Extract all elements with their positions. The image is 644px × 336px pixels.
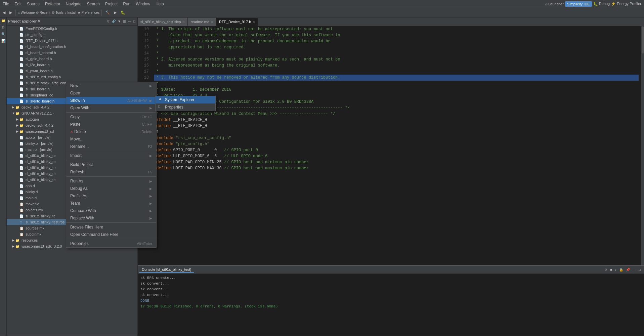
submenu-system-explorer[interactable]: 🖥 System Explorer — [156, 96, 215, 103]
toolbar-back[interactable]: ◀ — [1, 10, 7, 15]
cm-shortcut-copy: Ctrl+C — [142, 115, 152, 119]
bottom-panel: Console [sl_si91x_blinky_test] ✕ ■ ↓ 🔒 📌… — [138, 265, 644, 336]
cm-item-comparewith[interactable]: Compare With ▶ — [66, 207, 156, 214]
toolbar-tab-debug[interactable]: 🐛 Debug — [593, 2, 610, 6]
tab-slcp-close[interactable]: ✕ — [182, 20, 185, 24]
tree-item[interactable]: 📄sl_gpio_board.h — [7, 56, 137, 62]
tab-rte-close[interactable]: ✕ — [252, 20, 255, 24]
tab-readme-close[interactable]: ✕ — [211, 20, 213, 24]
tree-item[interactable]: 📄FreeRTOSConfig.h — [7, 26, 137, 32]
cm-item-delete[interactable]: ✕ Delete Delete — [66, 128, 156, 135]
menu-help[interactable]: Help — [153, 1, 167, 7]
code-line: #1 — [154, 129, 639, 135]
h-file-icon: 📄 — [19, 81, 25, 85]
pe-menu-btn[interactable]: ☰ — [122, 19, 127, 24]
left-icon-1[interactable]: 📁 — [1, 19, 6, 24]
rps-file-icon: ⚙ — [19, 220, 25, 224]
tree-item[interactable]: 📄RTE_Device_917.h — [7, 38, 137, 44]
bottom-tab-console[interactable]: Console [sl_si91x_blinky_test] — [139, 267, 194, 273]
toolbar-run[interactable]: ▶ — [113, 10, 118, 15]
toolbar-debug-btn[interactable]: 🐛 — [119, 10, 127, 15]
tab-readme[interactable]: readme.md ✕ — [188, 18, 216, 26]
console-clear-btn[interactable]: ✕ — [604, 267, 608, 272]
tree-item-label: sl_board_control.h — [26, 51, 56, 55]
submenu-properties[interactable]: □ Properties — [156, 103, 215, 111]
cm-item-copy[interactable]: Copy Ctrl+C — [66, 113, 156, 121]
toolbar-build[interactable]: 🔨 — [104, 10, 111, 15]
cm-arrow-import: ▶ — [149, 154, 152, 158]
menu-file[interactable]: File — [0, 1, 12, 7]
toolbar-recent[interactable]: ⊙ Recent — [36, 11, 50, 14]
cm-sep-3 — [66, 160, 156, 160]
tree-item[interactable]: 📄pin_config.h — [7, 32, 137, 38]
cm-item-move[interactable]: Move... — [66, 135, 156, 143]
tab-rte[interactable]: RTE_Device_917.h ✕ — [216, 18, 258, 26]
console-lock-btn[interactable]: 🔒 — [618, 267, 624, 272]
menu-project[interactable]: Project — [102, 1, 120, 7]
file-icon: 📄 — [19, 214, 25, 218]
tab-slcp[interactable]: sl_si91x_blinky_test.slcp ✕ — [138, 18, 188, 26]
editor-scrollbar-thumb[interactable] — [642, 27, 644, 53]
cm-item-open[interactable]: Open — [66, 89, 156, 97]
menu-run[interactable]: Run — [120, 1, 133, 7]
pe-min-btn[interactable]: — — [127, 19, 132, 24]
toolbar-install[interactable]: ↓ Install — [65, 11, 76, 14]
cm-label-paste: Paste — [70, 122, 135, 127]
cm-label-profileas: Profile As — [70, 194, 147, 198]
tab-slcp-label: sl_si91x_blinky_test.slcp — [140, 20, 181, 24]
menu-refactor[interactable]: Refactor — [42, 1, 63, 7]
cm-item-debugas[interactable]: Debug As ▶ — [66, 185, 156, 192]
console-stop-btn[interactable]: ■ — [609, 267, 613, 272]
cm-item-rename[interactable]: Rename... F2 — [66, 143, 156, 150]
toolbar-prefs[interactable]: ★ Preferences — [78, 11, 100, 14]
code-string: "pin_config.h" — [176, 142, 210, 146]
cm-item-import[interactable]: Import ▶ — [66, 152, 156, 159]
menu-search[interactable]: Search — [84, 1, 102, 7]
code-view[interactable]: * 1. The origin of this software must no… — [151, 26, 641, 265]
pe-header: Project Explorer ✕ ▽ 🔗 ▼ ☰ — □ — [7, 17, 137, 26]
cm-item-refresh[interactable]: Refresh F5 — [66, 168, 156, 176]
tree-item[interactable]: 📄sl_pwm_board.h — [7, 68, 137, 74]
toolbar-welcome[interactable]: ⌂ Welcome — [18, 11, 35, 14]
menu-edit[interactable]: Edit — [12, 1, 24, 7]
toolbar-forward[interactable]: ▶ — [8, 10, 13, 15]
cm-item-properties[interactable]: Properties Alt+Enter — [66, 240, 156, 247]
left-icon-3[interactable]: 🔍 — [1, 32, 6, 38]
menu-source[interactable]: Source — [24, 1, 42, 7]
cm-item-team[interactable]: Team ▶ — [66, 200, 156, 207]
cm-item-buildproject[interactable]: Build Project — [66, 161, 156, 168]
left-icon-2[interactable]: ⚙ — [1, 26, 6, 31]
console-scroll-btn[interactable]: ↓ — [614, 267, 617, 272]
tree-item[interactable]: 📄sl_si91x_led_config.h — [7, 74, 137, 80]
cm-item-runas[interactable]: Run As ▶ — [66, 177, 156, 185]
left-icon-4[interactable]: 📊 — [1, 39, 6, 44]
tree-item[interactable]: 📄sl_i2c_board.h — [7, 62, 137, 68]
cm-item-opencmd[interactable]: Open Command Line Here — [66, 231, 156, 238]
console-min-btn[interactable]: — — [632, 267, 637, 272]
cm-label-buildproject: Build Project — [70, 162, 152, 167]
menu-navigate[interactable]: Navigate — [63, 1, 84, 7]
pe-max-btn[interactable]: □ — [133, 19, 136, 24]
cm-item-new[interactable]: New ▶ — [66, 82, 156, 89]
console-max-btn[interactable]: □ — [638, 267, 641, 272]
cm-item-paste[interactable]: Paste Ctrl+V — [66, 121, 156, 128]
toolbar-tab-simplicity[interactable]: Simplicity IDE — [565, 1, 592, 7]
menu-window[interactable]: Window — [133, 1, 153, 7]
tree-item[interactable]: 📄sl_board_control.h — [7, 50, 137, 56]
cm-item-showin[interactable]: Show In Alt+Shift+W ▶ — [66, 97, 156, 104]
toolbar-tab-launcher[interactable]: ⌂ Launcher — [545, 2, 564, 6]
console-pin-btn[interactable]: 📌 — [625, 267, 631, 272]
pe-link-btn[interactable]: 🔗 — [111, 19, 116, 24]
cm-item-replacewith[interactable]: Replace With ▶ — [66, 214, 156, 222]
cm-item-browsefiles[interactable]: Browse Files Here — [66, 223, 156, 231]
pe-collapse-btn[interactable]: ▽ — [106, 19, 110, 24]
cm-arrow-team: ▶ — [149, 202, 152, 205]
pe-filter-btn[interactable]: ▼ — [117, 19, 122, 24]
tree-item[interactable]: 📄sl_board_configuration.h — [7, 44, 137, 50]
editor-scrollbar[interactable] — [641, 26, 644, 265]
toolbar-tools[interactable]: ⚙ Tools — [52, 11, 63, 14]
tree-arrow: ▶ — [16, 118, 19, 121]
toolbar-tab-energy[interactable]: ⚡ Energy Profiler — [611, 2, 641, 6]
cm-item-openwith[interactable]: Open With ▶ — [66, 104, 156, 112]
cm-item-profileas[interactable]: Profile As ▶ — [66, 192, 156, 200]
